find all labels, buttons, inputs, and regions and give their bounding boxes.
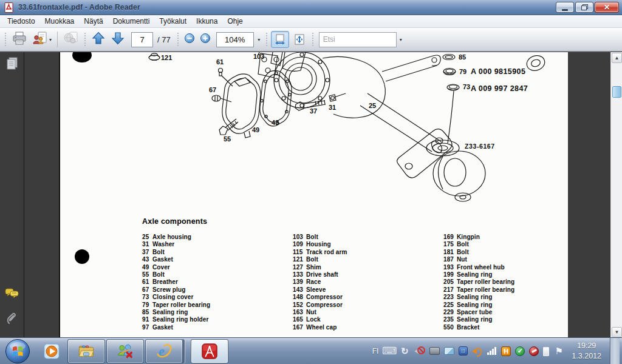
part-number: 217 <box>443 286 457 293</box>
pages-panel-icon[interactable] <box>4 56 20 72</box>
part-number: 115 <box>293 249 306 255</box>
taskbar-clock[interactable]: 19:29 1.3.2012 <box>569 341 606 362</box>
next-page-button[interactable] <box>108 30 128 49</box>
part-number: 103 <box>293 234 306 240</box>
show-desktop-button[interactable] <box>610 338 620 364</box>
scroll-up-button[interactable]: ▲ <box>612 53 622 63</box>
restore-button[interactable] <box>575 2 593 13</box>
part-number: 229 <box>443 309 457 315</box>
keyboard-icon[interactable]: ⌨ <box>384 346 395 357</box>
refresh-icon[interactable]: ↻ <box>399 346 410 357</box>
vertical-scrollbar[interactable]: ▲ ▼ <box>610 52 622 338</box>
display-icon[interactable] <box>444 347 454 355</box>
taskbar-button-messenger[interactable] <box>106 339 144 363</box>
fit-width-icon <box>274 33 286 46</box>
toolbar-separator <box>57 32 58 47</box>
part-name: Closing cover <box>152 294 193 300</box>
menu-työkalut[interactable]: Työkalut <box>154 15 191 27</box>
comments-panel-icon[interactable] <box>4 286 20 302</box>
part-row: 181Bolt <box>443 249 514 256</box>
part-name: Drive shaft <box>306 271 338 278</box>
menu-ohje[interactable]: Ohje <box>222 15 247 27</box>
part-number: 127 <box>293 264 306 271</box>
previous-page-button[interactable] <box>89 30 108 49</box>
part-row: 217Taper roller bearing <box>443 286 514 294</box>
hardware-monitor-icon[interactable]: H <box>501 346 511 356</box>
part-name: Shim <box>306 264 321 271</box>
part-row: 550Bracket <box>443 324 514 331</box>
share-dropdown-caret[interactable]: ▾ <box>49 37 52 42</box>
part-number: 109 <box>293 241 306 248</box>
part-row: 25Axle housing <box>142 234 210 241</box>
taskbar-button-internet-explorer[interactable]: e <box>145 339 183 363</box>
part-row: 152Compressor <box>293 302 347 309</box>
fit-width-button[interactable] <box>271 31 289 48</box>
page-total-label: / 77 <box>157 35 171 44</box>
close-button[interactable]: ✕ <box>595 2 619 13</box>
desktop: 33.61frontaxle.pdf - Adobe Reader ✕ Tied… <box>0 0 622 364</box>
part-name: Taper roller bearing <box>457 278 514 285</box>
page-number-input[interactable] <box>131 32 153 47</box>
scrollbar-thumb[interactable] <box>612 86 621 98</box>
part-name: Screw plug <box>152 286 185 293</box>
taskbar-button-windows-media-player[interactable] <box>37 339 66 363</box>
menu-muokkaa[interactable]: Muokkaa <box>40 15 80 27</box>
battery-icon[interactable] <box>543 347 549 356</box>
part-name: Spacer tube <box>457 309 492 315</box>
search-input[interactable] <box>319 32 397 47</box>
zoom-dropdown-caret[interactable]: ▾ <box>255 32 263 47</box>
part-number: 61 <box>142 278 152 285</box>
signal-icon[interactable] <box>487 347 497 355</box>
fit-page-button[interactable] <box>290 31 309 48</box>
part-row: 121Bolt <box>293 256 347 263</box>
part-row: 225Sealing ring <box>443 302 514 309</box>
zoom-level-value: 104% <box>225 35 245 44</box>
zoom-level-select[interactable]: 104% <box>216 32 254 47</box>
toolbar-grip <box>265 33 268 46</box>
collaborate-live-button[interactable] <box>61 30 81 49</box>
part-row: 109Housing <box>293 241 347 248</box>
part-number: 165 <box>293 316 306 323</box>
part-row: 61Breather <box>142 278 210 286</box>
attachments-panel-icon[interactable] <box>4 312 20 328</box>
volume-icon[interactable] <box>472 346 483 357</box>
menu-tiedosto[interactable]: Tiedosto <box>2 15 40 27</box>
scroll-down-button[interactable]: ▼ <box>612 327 622 337</box>
share-button[interactable]: ▾ <box>30 30 54 49</box>
part-row: 91Sealing ring holder <box>142 316 210 323</box>
part-name: Axle housing <box>152 234 191 240</box>
taskbar-button-windows-explorer[interactable] <box>67 339 105 363</box>
zoom-in-button[interactable] <box>197 30 213 49</box>
part-name: Compressor <box>306 302 343 308</box>
start-button[interactable] <box>5 339 30 364</box>
antivirus-red-icon[interactable] <box>529 346 539 356</box>
taskbar-button-adobe-reader[interactable] <box>191 339 228 363</box>
toolbar-grip <box>4 33 7 46</box>
part-name: Washer <box>152 241 174 248</box>
volume-muted-icon[interactable] <box>414 346 425 357</box>
monitor-icon[interactable] <box>429 347 440 355</box>
language-indicator[interactable]: FI <box>371 347 380 356</box>
search-dropdown-caret[interactable]: ▾ <box>400 37 402 42</box>
flag-icon[interactable]: ⚑ <box>553 346 564 357</box>
part-row: 143Sleeve <box>293 286 347 294</box>
part-name: Sealing ring <box>457 316 492 323</box>
part-name: Bolt <box>457 249 469 255</box>
windows-explorer-icon <box>77 342 95 360</box>
part-number: 49 <box>142 264 152 271</box>
part-row: 133Drive shaft <box>293 271 347 278</box>
window-controls: ✕ <box>556 2 619 13</box>
minimize-button[interactable] <box>556 2 574 13</box>
part-number: 148 <box>293 294 306 300</box>
part-name: Gasket <box>152 324 173 331</box>
title-bar[interactable]: 33.61frontaxle.pdf - Adobe Reader ✕ <box>0 0 622 15</box>
arrow-up-icon <box>91 31 106 48</box>
parts-column: 103Bolt109Housing115Track rod arm121Bolt… <box>293 234 347 331</box>
menu-dokumentti[interactable]: Dokumentti <box>108 15 155 27</box>
menu-ikkuna[interactable]: Ikkuna <box>191 15 222 27</box>
network-box-icon[interactable] <box>459 346 468 356</box>
print-button[interactable] <box>9 30 30 49</box>
zoom-out-button[interactable] <box>182 30 197 49</box>
update-green-icon[interactable]: ✓ <box>515 346 525 356</box>
menu-näytä[interactable]: Näytä <box>79 15 108 27</box>
